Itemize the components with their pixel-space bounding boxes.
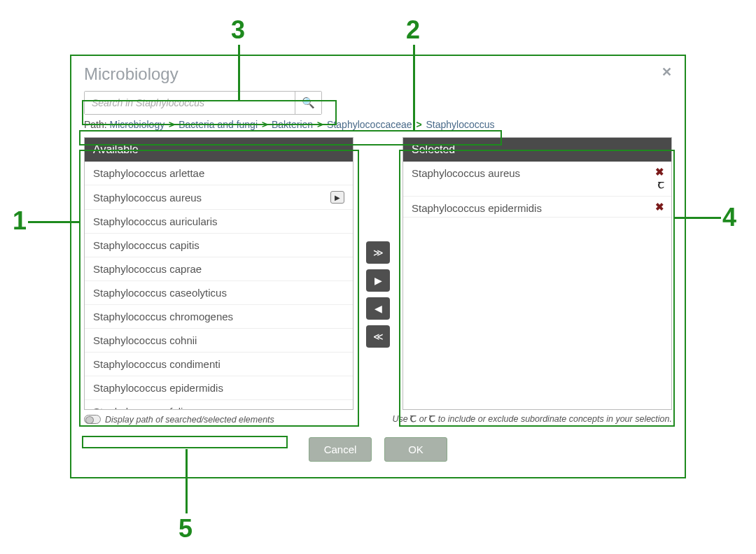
- display-path-label: Display path of searched/selected elemen…: [105, 415, 274, 425]
- callout-2: 2: [406, 15, 420, 45]
- ok-button[interactable]: OK: [384, 437, 447, 462]
- callout-1: 1: [13, 206, 27, 236]
- breadcrumb-link[interactable]: Bacteria and fungi: [178, 119, 258, 130]
- search-icon: 🔍: [302, 97, 315, 108]
- double-chevron-right-icon: ≫: [373, 247, 384, 258]
- breadcrumb-link[interactable]: Microbiology: [110, 119, 165, 130]
- available-item-label: Staphylococcus epidermidis: [93, 382, 223, 394]
- search-input[interactable]: [85, 92, 295, 114]
- available-item[interactable]: Staphylococcus capitis: [85, 234, 353, 257]
- available-item-label: Staphylococcus arlettae: [93, 167, 204, 179]
- available-item[interactable]: Staphylococcus caseolyticus: [85, 281, 353, 305]
- available-item-label: Staphylococcus caprae: [93, 263, 202, 275]
- breadcrumb-link[interactable]: Bakterien: [272, 119, 313, 130]
- remove-selected-icon[interactable]: ✖: [655, 201, 664, 213]
- chevron-left-icon: ◀: [374, 303, 382, 314]
- exclude-subordinate-icon: Ꞇ: [429, 414, 435, 424]
- selected-list: Staphylococcus aureus✖ꞆStaphylococcus ep…: [403, 162, 671, 409]
- callout-line-5: [186, 449, 188, 513]
- include-subordinate-icon: Ꞇ: [410, 414, 416, 424]
- available-item-label: Staphylococcus caseolyticus: [93, 287, 227, 299]
- available-item[interactable]: Staphylococcus aureus▶: [85, 185, 353, 210]
- remove-selected-icon[interactable]: ✖: [655, 166, 664, 178]
- callout-5: 5: [178, 514, 192, 544]
- display-path-toggle[interactable]: [84, 415, 101, 424]
- available-item[interactable]: Staphylococcus chromogenes: [85, 305, 353, 329]
- move-left-button[interactable]: ◀: [366, 297, 390, 320]
- available-item-label: Staphylococcus condimenti: [93, 358, 220, 370]
- subordinate-hint: Use Ꞇ or Ꞇ to include or exclude subordi…: [393, 414, 672, 425]
- available-item[interactable]: Staphylococcus auricularis: [85, 210, 353, 234]
- search-button[interactable]: 🔍: [295, 92, 321, 114]
- transfer-buttons: ≫ ▶ ◀ ≪: [354, 137, 402, 410]
- available-item-label: Staphylococcus chromogenes: [93, 311, 233, 322]
- callout-line-4: [675, 217, 721, 219]
- move-right-button[interactable]: ▶: [366, 269, 390, 292]
- available-item[interactable]: Staphylococcus epidermidis: [85, 376, 353, 400]
- callout-line-1: [28, 221, 80, 223]
- selected-header: Selected: [403, 138, 671, 162]
- chevron-right-icon: ▶: [374, 275, 382, 286]
- available-item-label: Staphylococcus auricularis: [93, 215, 218, 227]
- display-path-toggle-wrap: Display path of searched/selected elemen…: [84, 414, 274, 425]
- close-icon[interactable]: ✕: [662, 64, 672, 80]
- selected-panel: Selected Staphylococcus aureus✖ꞆStaphylo…: [402, 137, 672, 410]
- callout-line-2: [413, 45, 415, 130]
- microbiology-dialog: Microbiology ✕ 🔍 Path: Microbiology > Ba…: [70, 55, 686, 478]
- available-list[interactable]: Staphylococcus arlettaeStaphylococcus au…: [85, 162, 353, 409]
- selected-item: Staphylococcus epidermidis✖: [403, 197, 671, 218]
- breadcrumb-link[interactable]: Staphylococcaceae: [327, 119, 412, 130]
- callout-4: 4: [722, 203, 736, 232]
- drill-down-icon[interactable]: ▶: [330, 191, 344, 204]
- move-all-left-button[interactable]: ≪: [366, 325, 390, 348]
- breadcrumb-separator-icon: >: [164, 119, 178, 130]
- move-all-right-button[interactable]: ≫: [366, 241, 390, 264]
- available-item[interactable]: Staphylococcus arlettae: [85, 162, 353, 185]
- search-wrap: 🔍: [84, 91, 322, 115]
- callout-line-3: [238, 45, 240, 101]
- selected-item-label: Staphylococcus aureus: [412, 167, 520, 179]
- breadcrumb-separator-icon: >: [313, 119, 327, 130]
- available-item[interactable]: Staphylococcus felis: [85, 400, 353, 409]
- cancel-button[interactable]: Cancel: [309, 437, 372, 462]
- subordinate-toggle-icon[interactable]: Ꞇ: [658, 180, 664, 191]
- available-header: Available: [85, 138, 353, 162]
- available-item[interactable]: Staphylococcus cohnii: [85, 329, 353, 353]
- breadcrumb-separator-icon: >: [258, 119, 272, 130]
- breadcrumb: Path: Microbiology > Bacteria and fungi …: [71, 115, 685, 134]
- callout-3: 3: [231, 15, 245, 45]
- breadcrumb-link[interactable]: Staphylococcus: [426, 119, 495, 130]
- available-item[interactable]: Staphylococcus condimenti: [85, 353, 353, 376]
- available-item[interactable]: Staphylococcus caprae: [85, 257, 353, 281]
- available-panel: Available Staphylococcus arlettaeStaphyl…: [84, 137, 354, 410]
- selected-item: Staphylococcus aureus✖Ꞇ: [403, 162, 671, 197]
- available-item-label: Staphylococcus capitis: [93, 239, 200, 251]
- selected-item-label: Staphylococcus epidermidis: [412, 202, 542, 214]
- breadcrumb-label: Path:: [84, 119, 107, 130]
- dialog-title: Microbiology: [84, 64, 178, 84]
- available-item-label: Staphylococcus cohnii: [93, 334, 197, 346]
- available-item-label: Staphylococcus aureus: [93, 192, 202, 204]
- available-item-label: Staphylococcus felis: [93, 406, 188, 409]
- double-chevron-left-icon: ≪: [373, 331, 384, 342]
